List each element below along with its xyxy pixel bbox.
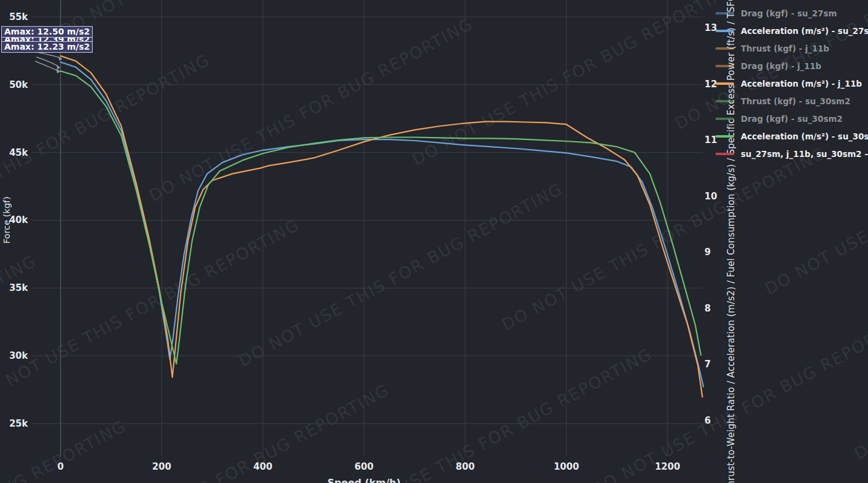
legend-label: su_27sm, j_11b, su_30sm2 - VNE [741, 149, 868, 159]
y-left-tick-25k: 25k [1, 419, 28, 428]
legend-swatch-icon [715, 30, 734, 32]
legend-label: Thrust (kgf) - su_30sm2 [741, 96, 850, 106]
x-tick-1200: 1200 [649, 462, 686, 471]
legend: Drag (kgf) - su_27smAcceleration (m/s²) … [715, 4, 868, 162]
legend-item-3[interactable]: Drag (kgf) - j_11b [715, 57, 868, 75]
legend-swatch-icon [715, 47, 734, 50]
legend-label: Drag (kgf) - su_27sm [741, 8, 837, 18]
legend-item-7[interactable]: Acceleration (m/s²) - su_30sm2 [715, 127, 868, 145]
legend-swatch-icon [715, 100, 734, 102]
x-tick-800: 800 [447, 462, 483, 471]
y-right-tick-7: 7 [704, 359, 711, 369]
legend-label: Drag (kgf) - j_11b [741, 61, 821, 71]
legend-label: Acceleration (m/s²) - su_30sm2 [741, 132, 868, 141]
legend-swatch-icon [715, 135, 734, 138]
x-tick-400: 400 [245, 462, 281, 471]
legend-swatch-icon [715, 82, 734, 85]
annotation-amax-j11b: Amax: 12.50 m/s2 [1, 26, 93, 38]
legend-swatch-icon [715, 65, 734, 67]
x-axis-title: Speed (km/h) [276, 477, 452, 483]
y-left-tick-50k: 50k [1, 80, 28, 90]
y-left-tick-45k: 45k [1, 148, 28, 158]
legend-item-6[interactable]: Drag (kgf) - su_30sm2 [715, 110, 868, 127]
y-right-tick-6: 6 [704, 416, 711, 425]
y-left-tick-35k: 35k [1, 283, 28, 293]
legend-item-2[interactable]: Thrust (kgf) - j_11b [715, 39, 868, 57]
x-tick-1000: 1000 [548, 462, 585, 471]
annotation-amax-su30sm2: Amax: 12.23 m/s2 [1, 41, 93, 53]
legend-swatch-icon [715, 118, 734, 120]
legend-swatch-icon [715, 153, 734, 155]
legend-item-4[interactable]: Acceleration (m/s²) - j_11b [715, 75, 868, 92]
legend-item-5[interactable]: Thrust (kgf) - su_30sm2 [715, 92, 868, 110]
series-acceleration-m-s-su_27sm[interactable] [61, 62, 703, 387]
legend-item-0[interactable]: Drag (kgf) - su_27sm [715, 4, 868, 22]
legend-label: Drag (kgf) - su_30sm2 [741, 114, 843, 124]
chart-canvas: DO NOT USE THIS FOR BUG REPORTINGDO NOT … [0, 0, 868, 483]
y-left-tick-55k: 55k [1, 12, 28, 22]
legend-label: Thrust (kgf) - j_11b [741, 44, 829, 53]
y-right-tick-9: 9 [704, 247, 711, 257]
series-acceleration-m-s-su_30sm2[interactable] [61, 71, 701, 364]
annotation-arrows [35, 52, 62, 73]
gridlines [31, 0, 703, 456]
y-left-tick-40k: 40k [1, 215, 28, 225]
y-right-tick-10: 10 [704, 192, 717, 201]
y-right-tick-8: 8 [704, 304, 711, 313]
legend-label: Acceleration (m/s²) - su_27sm [741, 26, 868, 36]
x-tick-200: 200 [144, 462, 180, 471]
legend-item-1[interactable]: Acceleration (m/s²) - su_27sm [715, 22, 868, 39]
series-acceleration-m-s-j_11b[interactable] [61, 56, 703, 397]
x-tick-600: 600 [346, 462, 382, 471]
legend-item-8[interactable]: su_27sm, j_11b, su_30sm2 - VNE [715, 145, 868, 162]
x-tick-0: 0 [42, 462, 79, 471]
legend-label: Acceleration (m/s²) - j_11b [741, 79, 862, 88]
y-left-tick-30k: 30k [1, 351, 28, 361]
legend-swatch-icon [715, 12, 734, 15]
